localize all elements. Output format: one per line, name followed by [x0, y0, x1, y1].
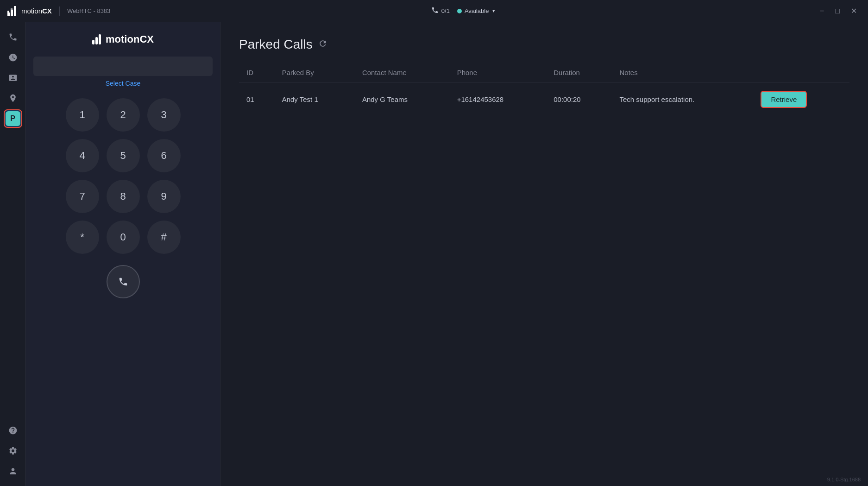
logo-icon — [7, 6, 18, 16]
content-area: Parked Calls ID Parked By Contact Name P… — [220, 22, 868, 486]
dialpad-6[interactable]: 6 — [147, 139, 181, 172]
call-button[interactable] — [107, 265, 140, 298]
status-selector[interactable]: Available ▾ — [457, 7, 496, 14]
col-parked-by: Parked By — [275, 63, 355, 82]
dialpad-8[interactable]: 8 — [107, 180, 140, 213]
dialpad-7[interactable]: 7 — [66, 180, 99, 213]
cell-id: 01 — [239, 82, 275, 117]
svg-rect-2 — [14, 6, 16, 16]
cell-notes: Tech support escalation. — [612, 82, 754, 117]
col-duration: Duration — [546, 63, 612, 82]
col-notes: Notes — [612, 63, 754, 82]
dialpad-4[interactable]: 4 — [66, 139, 99, 172]
sidebar-item-history[interactable] — [4, 48, 22, 67]
app-logo: motionCX — [7, 6, 52, 16]
titlebar: motionCX WebRTC - 8383 0/1 Available ▾ −… — [0, 0, 868, 22]
dialpad-9[interactable]: 9 — [147, 180, 181, 213]
call-button-row — [107, 265, 140, 298]
calls-count: 0/1 — [441, 7, 450, 14]
webrtc-label: WebRTC - 8383 — [67, 7, 110, 14]
dialpad-3[interactable]: 3 — [147, 98, 181, 132]
dialpad-star[interactable]: * — [66, 221, 99, 254]
titlebar-center: 0/1 Available ▾ — [110, 6, 816, 15]
close-button[interactable]: ✕ — [847, 5, 861, 17]
sidebar-item-profile[interactable] — [4, 462, 22, 480]
sidebar-item-phone[interactable] — [4, 28, 22, 46]
parked-calls-table: ID Parked By Contact Name Phone Duration… — [239, 63, 849, 116]
status-dot — [457, 9, 462, 13]
retrieve-button[interactable]: Retrieve — [761, 91, 807, 108]
col-phone: Phone — [450, 63, 547, 82]
cell-parked-by: Andy Test 1 — [275, 82, 355, 117]
refresh-icon[interactable] — [318, 39, 327, 50]
svg-rect-4 — [12, 8, 13, 10]
chevron-down-icon: ▾ — [492, 8, 495, 14]
logo-cx: CX — [139, 33, 154, 45]
logo-text: motionCX — [106, 33, 154, 45]
page-header: Parked Calls — [239, 37, 849, 52]
logo-bars-icon — [92, 34, 101, 44]
dialpad-1[interactable]: 1 — [66, 98, 99, 132]
version-label: 9.1.0-Stg.1688 — [827, 477, 861, 482]
dialpad-2[interactable]: 2 — [107, 98, 140, 132]
col-id: ID — [239, 63, 275, 82]
table-header: ID Parked By Contact Name Phone Duration… — [239, 63, 849, 82]
dialpad-number-input[interactable] — [33, 57, 213, 76]
logo-motion: motion — [106, 33, 139, 45]
window-controls: − □ ✕ — [816, 5, 861, 17]
calls-counter: 0/1 — [431, 6, 450, 15]
table-body: 01 Andy Test 1 Andy G Teams +16142453628… — [239, 82, 849, 117]
maximize-button[interactable]: □ — [831, 5, 843, 17]
dialpad-5[interactable]: 5 — [107, 139, 140, 172]
svg-rect-3 — [9, 11, 10, 13]
sidebar-item-help[interactable] — [4, 421, 22, 440]
sidebar-item-location[interactable] — [4, 89, 22, 107]
minimize-button[interactable]: − — [816, 5, 828, 17]
sidebar-item-contacts[interactable] — [4, 69, 22, 87]
cell-phone: +16142453628 — [450, 82, 547, 117]
col-contact-name: Contact Name — [355, 63, 450, 82]
status-label: Available — [465, 7, 489, 14]
sidebar-item-settings[interactable] — [4, 442, 22, 460]
phone-icon — [431, 6, 439, 15]
cell-contact-name: Andy G Teams — [355, 82, 450, 117]
dialpad-logo: motionCX — [92, 33, 154, 45]
main-layout: P motionCX Select Case 1 2 — [0, 22, 868, 486]
table-row: 01 Andy Test 1 Andy G Teams +16142453628… — [239, 82, 849, 117]
select-case-button[interactable]: Select Case — [106, 80, 140, 87]
titlebar-divider — [59, 6, 60, 16]
icon-sidebar: P — [0, 22, 26, 486]
page-title: Parked Calls — [239, 37, 313, 52]
dialpad-0[interactable]: 0 — [107, 221, 140, 254]
dialpad-grid: 1 2 3 4 5 6 7 8 9 * 0 # — [66, 98, 181, 254]
dialpad-panel: motionCX Select Case 1 2 3 4 5 6 7 8 9 *… — [26, 22, 220, 486]
col-action — [753, 63, 849, 82]
sidebar-item-park[interactable]: P — [4, 109, 22, 128]
park-badge: P — [6, 111, 20, 126]
cell-duration: 00:00:20 — [546, 82, 612, 117]
dialpad-hash[interactable]: # — [147, 221, 181, 254]
cell-retrieve: Retrieve — [753, 82, 849, 117]
